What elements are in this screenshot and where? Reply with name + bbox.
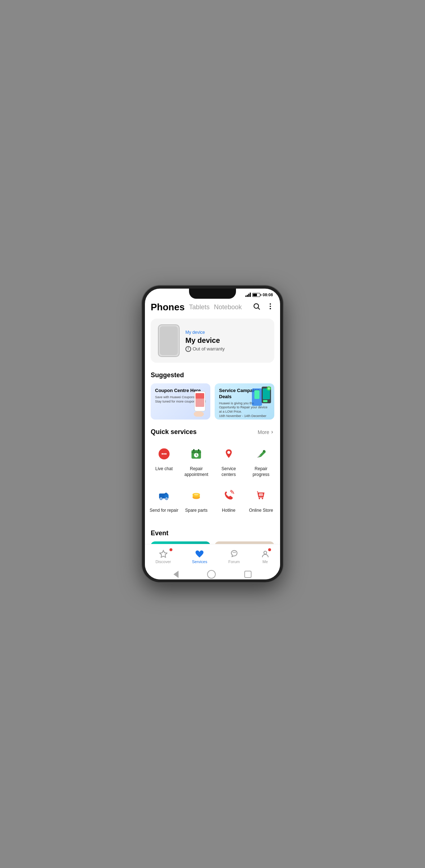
service-repair-appointment[interactable]: Repair appointment: [180, 440, 213, 482]
event-card-2[interactable]: [215, 541, 274, 544]
svg-point-41: [262, 498, 263, 499]
device-name: My device: [185, 336, 225, 345]
banner-coupon-image: [189, 390, 209, 418]
nav-discover[interactable]: Discover: [151, 548, 175, 565]
warning-icon: !: [185, 346, 191, 352]
svg-rect-13: [263, 400, 267, 402]
hotline-label: Hotline: [222, 508, 235, 514]
more-button[interactable]: More: [258, 429, 274, 435]
service-send-for-repair[interactable]: Send for repair: [148, 482, 180, 518]
svg-point-45: [264, 551, 267, 554]
header-nav: Phones Tablets Notebook: [145, 299, 280, 316]
repair-progress-icon: [252, 444, 270, 463]
service-online-store[interactable]: HUAWEI Online Store: [245, 482, 278, 518]
forum-label: Forum: [228, 559, 240, 564]
services-label: Services: [192, 559, 207, 564]
nav-services[interactable]: Services: [188, 548, 211, 565]
service-hotline[interactable]: Hotline: [212, 482, 245, 518]
send-for-repair-label: Send for repair: [150, 508, 178, 514]
home-button[interactable]: [207, 570, 216, 579]
svg-point-39: [194, 494, 198, 495]
event-section: Event: [145, 524, 280, 544]
svg-rect-22: [193, 449, 194, 451]
recent-button[interactable]: [244, 571, 252, 578]
svg-point-2: [270, 303, 271, 305]
service-live-chat[interactable]: Live chat: [148, 440, 180, 482]
service-centers-icon: [219, 444, 238, 463]
nav-me[interactable]: Me: [257, 548, 274, 565]
banner-campaign-image: [250, 385, 274, 420]
home-indicator: [145, 569, 280, 579]
header-icons: [253, 302, 274, 312]
device-card[interactable]: My device My device ! Out of warranty: [151, 319, 274, 363]
svg-rect-7: [196, 393, 204, 399]
live-chat-icon: [155, 444, 173, 463]
forum-icon: [230, 550, 239, 558]
services-grid: Live chat Repair appointmen: [145, 440, 280, 524]
svg-rect-21: [192, 452, 201, 453]
event-card-1[interactable]: [151, 541, 210, 544]
quick-services-title: Quick services: [151, 428, 197, 436]
banners-row: Coupon Centre Here Save with Huawei Coup…: [145, 383, 280, 425]
svg-point-27: [227, 451, 230, 454]
svg-point-35: [166, 498, 167, 499]
spare-parts-label: Spare parts: [185, 508, 207, 514]
device-image: [158, 324, 180, 357]
svg-point-3: [270, 306, 271, 307]
device-info: My device My device ! Out of warranty: [185, 330, 225, 352]
repair-appointment-icon: [187, 444, 206, 463]
tab-tablets[interactable]: Tablets: [189, 303, 210, 311]
live-chat-label: Live chat: [155, 466, 173, 472]
svg-line-1: [258, 308, 259, 309]
nav-forum[interactable]: Forum: [224, 548, 244, 565]
svg-point-19: [165, 453, 167, 455]
quick-services-header: Quick services More: [145, 425, 280, 440]
notch: [189, 289, 236, 299]
back-button[interactable]: [173, 571, 179, 578]
hotline-icon: [219, 486, 238, 505]
spare-parts-icon: [187, 486, 206, 505]
repair-appointment-label: Repair appointment: [182, 466, 211, 477]
svg-rect-10: [254, 390, 259, 399]
service-service-centers[interactable]: Service centers: [212, 440, 245, 482]
service-centers-label: Service centers: [214, 466, 244, 477]
tab-phones[interactable]: Phones: [151, 302, 185, 313]
svg-text:HUAWEI: HUAWEI: [259, 494, 263, 496]
discover-label: Discover: [155, 559, 171, 564]
banner-coupon[interactable]: Coupon Centre Here Save with Huawei Coup…: [151, 383, 210, 420]
svg-point-28: [263, 450, 265, 452]
discover-icon: [159, 550, 168, 558]
suggested-title: Suggested: [145, 369, 280, 383]
me-label: Me: [262, 559, 268, 564]
tab-notebook[interactable]: Notebook: [214, 303, 242, 311]
discover-badge: [169, 548, 172, 551]
repair-progress-label: Repair progress: [246, 466, 276, 477]
status-right: 08:08: [245, 293, 273, 297]
bottom-nav: Discover Services Forum Me: [145, 544, 280, 569]
svg-point-8: [194, 411, 204, 417]
battery-icon: [252, 293, 261, 297]
svg-point-15: [268, 387, 270, 390]
warranty-status: Out of warranty: [193, 346, 225, 352]
time-display: 08:08: [263, 293, 273, 297]
me-badge: [268, 548, 271, 551]
svg-point-18: [163, 453, 165, 455]
service-repair-progress[interactable]: Repair progress: [245, 440, 278, 482]
more-options-icon[interactable]: [266, 302, 274, 312]
me-icon: [261, 550, 270, 558]
svg-marker-44: [160, 550, 167, 557]
service-spare-parts[interactable]: Spare parts: [180, 482, 213, 518]
send-for-repair-icon: [155, 486, 173, 505]
phone-shell: 08:08 Phones Tablets Notebook: [142, 286, 283, 582]
online-store-icon: HUAWEI: [252, 486, 270, 505]
device-label: My device: [185, 330, 225, 335]
screen-content: Phones Tablets Notebook: [145, 299, 280, 544]
event-cards-row: [145, 541, 280, 544]
services-icon: [195, 550, 204, 558]
svg-point-4: [270, 308, 271, 310]
signal-icon: [245, 293, 251, 297]
svg-point-17: [162, 453, 163, 455]
search-icon[interactable]: [253, 302, 261, 312]
device-status: ! Out of warranty: [185, 346, 225, 352]
banner-service-campaign[interactable]: Service Campaign Deals Huawei is giving …: [215, 383, 274, 420]
